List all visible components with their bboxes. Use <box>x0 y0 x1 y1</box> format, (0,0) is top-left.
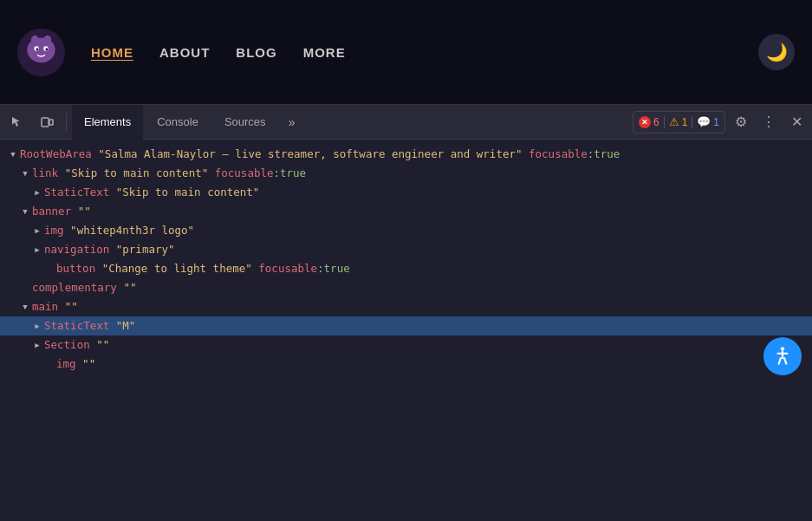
message-badge: 💬 1 <box>697 115 719 128</box>
accessibility-panel-button[interactable] <box>763 337 802 375</box>
tree-expander-placeholder <box>43 358 55 370</box>
warning-icon: ⚠ <box>669 115 679 128</box>
tree-row[interactable]: banner "" <box>0 202 812 221</box>
badge-separator2 <box>692 116 692 128</box>
svg-point-2 <box>43 35 51 46</box>
svg-point-5 <box>36 48 39 50</box>
badge-separator <box>664 116 665 128</box>
svg-point-1 <box>31 35 39 46</box>
tree-expander[interactable] <box>31 225 43 237</box>
more-options-button[interactable]: ⋮ <box>757 110 781 134</box>
tree-expander[interactable] <box>19 167 31 179</box>
devtools-toolbar: Elements Console Sources » ✕ 6 ⚠ 1 💬 1 <box>0 105 812 140</box>
tree-row[interactable]: complementary "" <box>0 278 812 297</box>
tree-expander[interactable] <box>31 244 43 256</box>
tree-row[interactable]: RootWebArea "Salma Alam-Naylor — live st… <box>0 145 812 164</box>
tree-row[interactable]: button "Change to light theme" focusable… <box>0 259 812 278</box>
tab-sources[interactable]: Sources <box>212 105 278 140</box>
tree-row-selected[interactable]: StaticText "M" <box>0 316 812 335</box>
nav-blog[interactable]: BLOG <box>236 45 276 60</box>
tree-row[interactable]: StaticText "Skip to main content" <box>0 183 812 202</box>
toolbar-right: ✕ 6 ⚠ 1 💬 1 ⚙ ⋮ ✕ <box>633 110 809 134</box>
tree-expander-placeholder <box>19 282 31 294</box>
tree-row[interactable]: navigation "primary" <box>0 240 812 259</box>
tree-expander[interactable] <box>31 186 43 199</box>
more-tabs-button[interactable]: » <box>280 108 304 136</box>
tree-expander[interactable] <box>7 148 19 160</box>
device-mode-button[interactable] <box>33 108 61 136</box>
svg-point-9 <box>781 347 784 350</box>
tree-expander-placeholder <box>43 263 55 275</box>
close-devtools-button[interactable]: ✕ <box>784 110 809 134</box>
warning-badge: ⚠ 1 <box>669 115 688 128</box>
nav-about[interactable]: ABOUT <box>159 45 210 60</box>
tree-expander[interactable] <box>19 301 31 313</box>
svg-point-6 <box>45 48 48 50</box>
console-badges[interactable]: ✕ 6 ⚠ 1 💬 1 <box>633 111 725 134</box>
website-preview: HOME ABOUT BLOG MORE 🌙 <box>0 0 812 104</box>
devtools-panel: Elements Console Sources » ✕ 6 ⚠ 1 💬 1 <box>0 104 812 521</box>
theme-toggle-button[interactable]: 🌙 <box>758 34 795 70</box>
tab-console[interactable]: Console <box>145 105 211 140</box>
tree-expander[interactable] <box>19 205 31 218</box>
svg-rect-8 <box>49 120 53 125</box>
tree-row[interactable]: img "whitep4nth3r logo" <box>0 221 812 240</box>
tab-elements[interactable]: Elements <box>72 105 143 140</box>
message-icon: 💬 <box>697 115 711 128</box>
tree-row[interactable]: main "" <box>0 297 812 316</box>
svg-rect-7 <box>42 118 49 127</box>
tree-row[interactable]: Section "" <box>0 335 812 355</box>
site-logo <box>17 29 65 76</box>
error-count: 6 <box>653 116 659 128</box>
error-badge: ✕ 6 <box>639 116 659 128</box>
tree-row[interactable]: link "Skip to main content" focusable: t… <box>0 164 812 183</box>
tree-expander[interactable] <box>31 320 43 332</box>
nav-home[interactable]: HOME <box>91 45 133 60</box>
tree-expander[interactable] <box>31 339 43 351</box>
tree-row[interactable]: img "" <box>0 355 812 374</box>
warning-count: 1 <box>682 116 688 128</box>
message-count: 1 <box>713 116 719 128</box>
toolbar-divider <box>66 114 67 131</box>
settings-button[interactable]: ⚙ <box>729 110 753 134</box>
accessibility-tree[interactable]: RootWebArea "Salma Alam-Naylor — live st… <box>0 140 812 521</box>
nav-more[interactable]: MORE <box>303 45 346 60</box>
error-icon: ✕ <box>639 116 651 128</box>
site-navigation: HOME ABOUT BLOG MORE <box>91 45 346 60</box>
element-picker-button[interactable] <box>3 108 31 136</box>
